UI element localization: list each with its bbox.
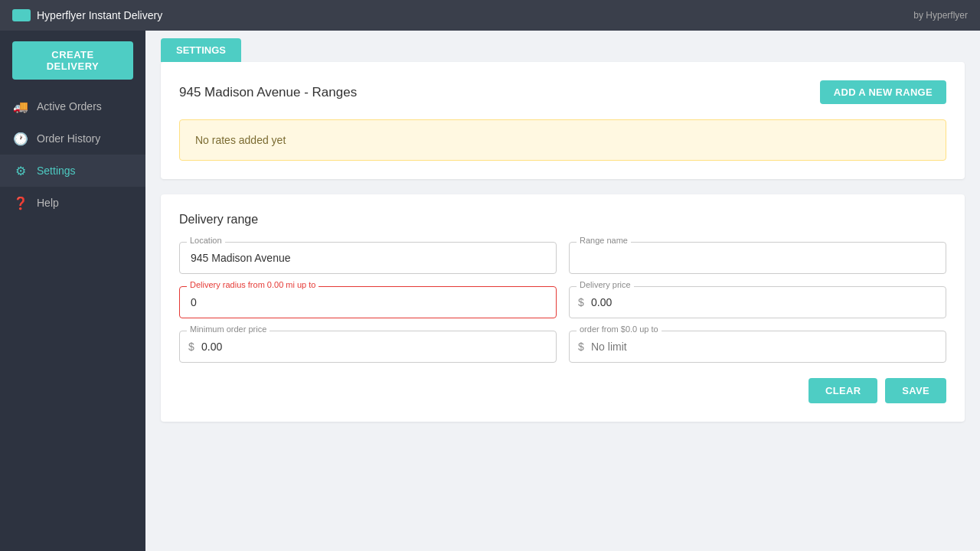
history-icon: 🕐 xyxy=(14,132,28,145)
no-rates-notice: No rates added yet xyxy=(179,119,946,161)
sidebar-item-help[interactable]: ❓ Help xyxy=(0,187,145,219)
settings-tab[interactable]: SETTINGS xyxy=(161,38,965,62)
save-button[interactable]: SAVE xyxy=(885,378,946,403)
min-order-label: Minimum order price xyxy=(187,324,270,334)
brand-label: Hyperflyer Instant Delivery xyxy=(37,9,162,21)
location-label: Location xyxy=(187,236,225,245)
delivery-price-field: Delivery price $ xyxy=(569,286,946,318)
range-name-input[interactable] xyxy=(569,242,946,274)
brand: Hyperflyer Instant Delivery xyxy=(12,9,162,21)
form-row-2: Delivery radius from 0.00 mi up to Deliv… xyxy=(179,286,946,318)
radius-label: Delivery radius from 0.00 mi up to xyxy=(187,280,318,289)
ranges-card-header: 945 Madison Avenue - Ranges ADD A NEW RA… xyxy=(179,80,946,104)
truck-icon: 🚚 xyxy=(14,99,28,113)
order-upto-field: order from $0.0 up to $ xyxy=(569,331,946,363)
sidebar-item-label: Settings xyxy=(37,165,76,177)
main-content: SETTINGS 945 Madison Avenue - Ranges ADD… xyxy=(145,31,980,551)
min-order-input[interactable] xyxy=(179,331,557,363)
clear-button[interactable]: CLEAR xyxy=(808,378,877,403)
delivery-price-input[interactable] xyxy=(569,286,946,318)
gear-icon: ⚙ xyxy=(14,164,28,178)
radius-input[interactable] xyxy=(179,286,557,318)
sidebar-item-active-orders[interactable]: 🚚 Active Orders xyxy=(0,90,145,122)
add-new-range-button[interactable]: ADD A NEW RANGE xyxy=(820,80,946,104)
brand-icon xyxy=(12,9,31,21)
tab-label: SETTINGS xyxy=(161,38,241,62)
ranges-card: 945 Madison Avenue - Ranges ADD A NEW RA… xyxy=(161,62,965,179)
location-field: Location xyxy=(179,242,557,274)
help-icon: ❓ xyxy=(14,196,28,210)
topbar: Hyperflyer Instant Delivery by Hyperflye… xyxy=(0,0,980,31)
order-upto-label: order from $0.0 up to xyxy=(577,324,662,334)
no-rates-text: No rates added yet xyxy=(195,134,286,146)
sidebar-item-order-history[interactable]: 🕐 Order History xyxy=(0,122,145,155)
form-buttons: CLEAR SAVE xyxy=(179,378,946,403)
form-row-1: Location Range name xyxy=(179,242,946,274)
sidebar-item-label: Active Orders xyxy=(37,100,102,112)
form-row-3: Minimum order price $ order from $0.0 up… xyxy=(179,331,946,363)
sidebar-item-settings[interactable]: ⚙ Settings xyxy=(0,155,145,187)
sidebar: CREATE DELIVERY 🚚 Active Orders 🕐 Order … xyxy=(0,31,145,551)
delivery-range-card: Delivery range Location Range name Deliv… xyxy=(161,194,965,422)
sidebar-item-label: Order History xyxy=(37,132,100,145)
radius-field: Delivery radius from 0.00 mi up to xyxy=(179,286,557,318)
delivery-price-label: Delivery price xyxy=(577,280,634,289)
topbar-right-label: by Hyperflyer xyxy=(913,10,968,21)
layout: CREATE DELIVERY 🚚 Active Orders 🕐 Order … xyxy=(0,31,980,551)
range-name-field: Range name xyxy=(569,242,946,274)
sidebar-item-label: Help xyxy=(37,197,59,209)
min-order-field: Minimum order price $ xyxy=(179,331,557,363)
create-delivery-button[interactable]: CREATE DELIVERY xyxy=(12,41,133,80)
delivery-range-title: Delivery range xyxy=(179,213,946,227)
range-name-label: Range name xyxy=(577,236,631,245)
location-input[interactable] xyxy=(179,242,557,274)
order-upto-input[interactable] xyxy=(569,331,946,363)
ranges-card-title: 945 Madison Avenue - Ranges xyxy=(179,85,357,100)
